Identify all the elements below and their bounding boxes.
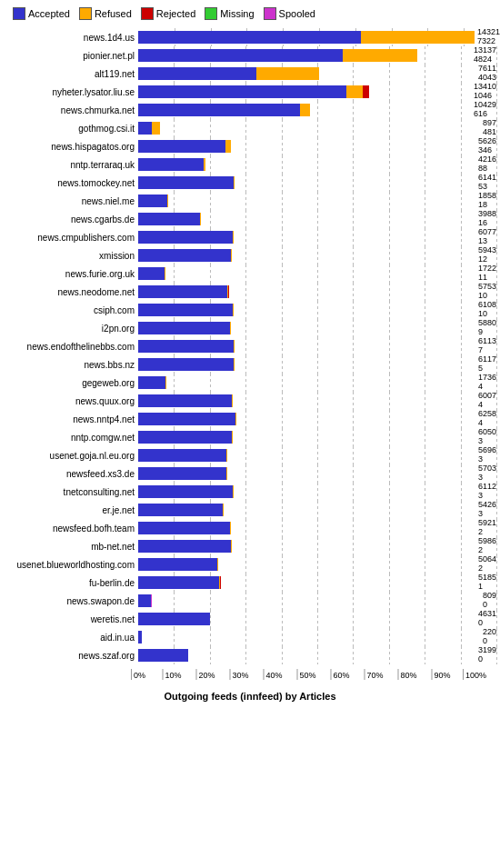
bar-values: 131374824 (474, 46, 496, 65)
bar-row: news.furie.org.uk172211 (4, 265, 496, 282)
legend-label-missing: Missing (220, 8, 254, 19)
bar-segment-refused (235, 413, 236, 425)
bar-group (138, 540, 475, 553)
bar-segment-refused (230, 522, 231, 534)
bar-group (138, 67, 475, 80)
bar-segment-accepted (138, 49, 343, 62)
bar-label: news.cgarbs.de (4, 215, 138, 224)
bar-values: 172211 (478, 264, 496, 283)
bar-row: news.szaf.org31990 (4, 647, 496, 663)
x-tick: 70% (364, 669, 383, 680)
legend-item-rejected: Rejected (141, 7, 195, 20)
x-tick: 20% (195, 669, 215, 680)
bar-row: news.bbs.nz61175 (4, 356, 496, 373)
bar-group (138, 431, 475, 444)
bar-row: xmission594312 (4, 247, 496, 264)
x-tick: 90% (431, 669, 450, 680)
bar-values: 62584 (478, 410, 496, 428)
x-axis: 0%10%20%30%40%50%60%70%80%90%100% (138, 669, 475, 683)
bar-segment-accepted (138, 304, 233, 316)
bar-label: er.je.net (4, 505, 138, 515)
legend-color-rejected (141, 7, 154, 20)
bar-group (138, 122, 480, 135)
bar-wrapper: 17364 (138, 374, 496, 392)
bar-wrapper: 59212 (138, 519, 496, 537)
bar-wrapper: 61123 (138, 483, 496, 501)
bar-row: newsfeed.bofh.team59212 (4, 520, 496, 536)
bar-group (138, 394, 475, 407)
bar-wrapper: 172211 (138, 264, 496, 283)
legend-item-accepted: Accepted (13, 7, 70, 20)
bar-label: newsfeed.bofh.team (4, 524, 138, 534)
bar-group (138, 104, 471, 116)
bar-wrapper: 575310 (138, 283, 496, 301)
bar-label: i2pn.org (4, 324, 138, 334)
bar-segment-accepted (138, 85, 346, 98)
bar-label: news.niel.me (4, 196, 138, 206)
legend-color-missing (205, 7, 217, 20)
bar-wrapper: 50642 (138, 555, 496, 574)
bar-values: 398816 (478, 210, 496, 228)
bar-label: news.nntp4.net (4, 414, 138, 424)
bar-values: 46310 (478, 610, 496, 628)
bar-wrapper: 185818 (138, 192, 496, 210)
bar-group (138, 249, 475, 262)
bar-segment-refused (234, 358, 235, 371)
bar-wrapper: 10429616 (138, 101, 496, 119)
bar-segment-refused (165, 267, 165, 280)
bar-values: 51851 (478, 574, 496, 592)
chart-area: news.1d4.us143217322pionier.net.pl131374… (4, 29, 496, 665)
bar-wrapper: 76114043 (138, 65, 496, 83)
bar-values: 143217322 (477, 28, 500, 46)
bar-value: 0 (478, 655, 496, 664)
bar-segment-accepted (138, 467, 226, 480)
bar-wrapper: 60503 (138, 428, 496, 446)
bar-row: news.tomockey.net614153 (4, 175, 496, 191)
bar-values: 61175 (478, 355, 496, 374)
bar-wrapper: 143217322 (138, 28, 500, 46)
bar-row: news.1d4.us143217322 (4, 29, 496, 45)
bar-group (138, 195, 475, 207)
bar-segment-refused (226, 449, 227, 462)
bar-row: tnetconsulting.net61123 (4, 484, 496, 500)
bar-segment-accepted (138, 267, 165, 280)
bar-wrapper: 421688 (138, 155, 496, 174)
bar-wrapper: 131374824 (138, 46, 496, 65)
bar-values: 614153 (478, 174, 496, 192)
bar-segment-refused (225, 140, 231, 153)
x-axis-title: Outgoing feeds (innfeed) by Articles (4, 691, 496, 702)
bar-label: news.swapon.de (4, 596, 138, 606)
bar-group (138, 85, 471, 98)
bar-group (138, 140, 475, 153)
bar-segment-accepted (138, 613, 210, 625)
bar-segment-accepted (138, 376, 165, 389)
bar-wrapper: 54263 (138, 501, 496, 519)
bar-row: gegeweb.org17364 (4, 374, 496, 391)
bar-label: newsfeed.xs3.de (4, 469, 138, 479)
bar-wrapper: 134101046 (138, 83, 496, 101)
bar-segment-accepted (138, 158, 204, 171)
bar-row: er.je.net54263 (4, 502, 496, 518)
bar-row: news.nntp4.net62584 (4, 411, 496, 427)
bar-segment-refused (200, 213, 201, 225)
bar-segment-accepted (138, 176, 234, 189)
bar-group (138, 467, 475, 480)
bar-label: tnetconsulting.net (4, 487, 138, 497)
bar-group (138, 176, 475, 189)
bar-label: news.chmurka.net (4, 105, 138, 115)
bar-row: pionier.net.pl131374824 (4, 47, 496, 64)
bar-segment-refused (234, 340, 235, 353)
bar-group (138, 413, 475, 425)
bar-group (138, 504, 475, 516)
bar-row: nntp.terraraq.uk421688 (4, 156, 496, 173)
bar-segment-accepted (138, 122, 152, 135)
bar-label: alt119.net (4, 69, 138, 79)
x-tick: 100% (463, 669, 486, 680)
bar-label: csiph.com (4, 305, 138, 315)
bar-segment-accepted (138, 231, 233, 244)
bar-segment-accepted (138, 449, 226, 462)
bar-group (138, 485, 475, 498)
bar-group (138, 340, 475, 353)
bar-wrapper: 59862 (138, 537, 496, 555)
bar-values: 8090 (483, 592, 496, 610)
